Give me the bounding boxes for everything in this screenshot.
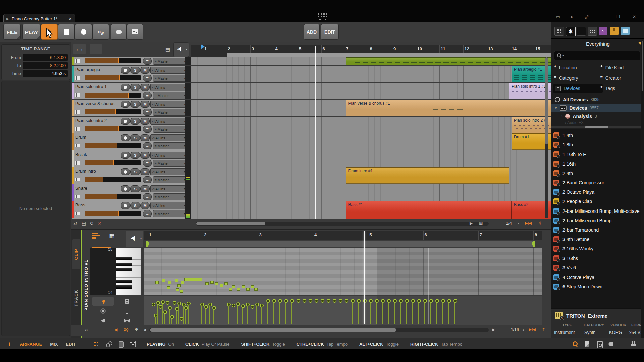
- preset-item[interactable]: 1 8th: [553, 140, 641, 149]
- velocity-stem[interactable]: [153, 304, 153, 324]
- file-icon[interactable]: [584, 341, 591, 347]
- clip[interactable]: Pian verse & chorus #1: [346, 100, 551, 116]
- preset-item[interactable]: 3 16ths Wonky: [553, 244, 641, 253]
- arm-button[interactable]: [121, 168, 130, 175]
- arranger-playhead[interactable]: [315, 46, 316, 219]
- velocity-stem[interactable]: [252, 306, 252, 324]
- track-menu-button[interactable]: ≡: [143, 92, 152, 99]
- close-button[interactable]: ✕: [631, 15, 637, 19]
- browser-search[interactable]: ▾: [554, 51, 640, 60]
- velocity-head[interactable]: [387, 299, 391, 303]
- volume-slider[interactable]: [85, 58, 141, 63]
- velocity-stem[interactable]: [340, 300, 340, 324]
- track-header[interactable]: Pian arpegioSM◁All ins▾≡≈Master▾: [72, 66, 191, 83]
- editor-zoom-up-icon[interactable]: ⇡: [542, 327, 545, 332]
- browser-monitor-icon[interactable]: [621, 27, 630, 35]
- volume-slider[interactable]: [85, 109, 141, 114]
- scroll-left-icon[interactable]: ◀: [143, 328, 146, 332]
- automation-write-button[interactable]: oW: [92, 24, 109, 40]
- white-key[interactable]: [116, 272, 141, 278]
- output-chooser[interactable]: ≈Master▾: [153, 75, 187, 82]
- input-chooser[interactable]: ◁All ins▾: [150, 84, 187, 91]
- midi-note[interactable]: [167, 286, 170, 289]
- velocity-stem[interactable]: [169, 307, 170, 324]
- velocity-head[interactable]: [232, 304, 235, 307]
- footer-delete-icon[interactable]: ✕: [98, 221, 102, 226]
- arm-button[interactable]: [121, 67, 130, 74]
- velocity-stem[interactable]: [233, 305, 233, 324]
- solo-button[interactable]: S: [130, 118, 140, 125]
- velocity-head[interactable]: [309, 299, 312, 303]
- output-chooser[interactable]: ≈Master▾: [153, 142, 187, 149]
- note-grid[interactable]: [144, 248, 542, 295]
- input-chooser[interactable]: ◁All ins▾: [150, 101, 187, 108]
- midi-note[interactable]: [180, 290, 183, 293]
- velocity-stem[interactable]: [310, 300, 310, 324]
- velocity-head[interactable]: [369, 299, 373, 303]
- velocity-head[interactable]: [393, 299, 397, 303]
- velocity-stem[interactable]: [279, 300, 280, 324]
- preset-item[interactable]: 1 16th To F: [553, 149, 641, 159]
- editor-scrollbar-handle[interactable]: [150, 328, 396, 332]
- minimize-button[interactable]: —: [599, 15, 605, 19]
- velocity-head[interactable]: [363, 299, 367, 303]
- output-chooser[interactable]: ≈Master▾: [153, 126, 187, 133]
- preset-item[interactable]: 2 4th: [553, 169, 641, 178]
- midi-note[interactable]: [177, 284, 181, 287]
- velocity-stem[interactable]: [209, 304, 210, 324]
- velocity-stem[interactable]: [267, 300, 268, 324]
- black-key[interactable]: [116, 268, 132, 272]
- to-value[interactable]: 8.2.2.00: [23, 62, 68, 69]
- editor-zoom-caret[interactable]: ▴: [523, 328, 524, 331]
- velocity-head[interactable]: [212, 306, 216, 310]
- velocity-stem[interactable]: [298, 300, 298, 324]
- velocity-head[interactable]: [423, 299, 427, 303]
- velocity-stem[interactable]: [358, 300, 359, 324]
- preset-item[interactable]: 2-bar Millisecond Bump: [553, 216, 641, 225]
- velocity-head[interactable]: [453, 299, 457, 303]
- midi-note[interactable]: [175, 279, 178, 282]
- track-menu-button[interactable]: ≡: [143, 193, 152, 200]
- velocity-head[interactable]: [246, 303, 250, 306]
- notes-view-icon[interactable]: [92, 233, 100, 240]
- view-edit[interactable]: EDIT: [66, 342, 76, 347]
- midi-note[interactable]: [162, 279, 165, 282]
- velocity-head[interactable]: [187, 302, 191, 305]
- track-name[interactable]: Pian solo intro 1: [75, 84, 107, 89]
- editor-cursor-tool[interactable]: ➤▾: [126, 231, 143, 247]
- black-key[interactable]: [116, 263, 132, 266]
- drum-grid-icon[interactable]: ▦: [109, 232, 116, 239]
- preset-list[interactable]: 1 4th1 8th1 16th To F1 16th2 4th2 Band C…: [551, 129, 642, 308]
- solo-button[interactable]: S: [130, 168, 140, 175]
- velocity-stem[interactable]: [430, 300, 431, 324]
- midi-note[interactable]: [205, 282, 209, 285]
- browser-people-icon[interactable]: [610, 27, 619, 35]
- volume-slider[interactable]: [85, 143, 141, 148]
- midi-note[interactable]: [224, 282, 228, 285]
- velocity-head[interactable]: [161, 300, 165, 304]
- arranger-lane[interactable]: Pian solo intro 1 #1: [191, 83, 551, 100]
- volume-slider[interactable]: [85, 126, 141, 131]
- track-menu-button[interactable]: ≡: [143, 126, 152, 133]
- velocity-stem[interactable]: [412, 300, 413, 324]
- brightness-icon[interactable]: [92, 307, 114, 315]
- search-icon[interactable]: [572, 341, 579, 347]
- velocity-stem[interactable]: [454, 300, 455, 324]
- velocity-stem[interactable]: [370, 300, 371, 324]
- screen-icon[interactable]: ▭: [555, 15, 561, 19]
- tree-item-all-devices[interactable]: All Devices3635: [551, 95, 642, 104]
- browser-panel-icon[interactable]: [577, 27, 586, 36]
- preset-item[interactable]: 6 Step Mono Down: [553, 282, 641, 291]
- chevron-collapsed-icon[interactable]: ›: [561, 114, 562, 118]
- mute-button[interactable]: M: [140, 67, 150, 74]
- midi-note[interactable]: [232, 285, 235, 288]
- velocity-head[interactable]: [405, 299, 409, 303]
- velocity-stem[interactable]: [322, 300, 322, 324]
- velocity-head[interactable]: [284, 299, 288, 303]
- filter-devices[interactable]: Devices: [553, 84, 603, 93]
- editor-zoom-fit-icon[interactable]: ▶|◀: [529, 327, 536, 332]
- mute-button[interactable]: M: [140, 185, 150, 192]
- input-chooser[interactable]: ◁All ins▾: [150, 168, 187, 175]
- velocity-head[interactable]: [182, 303, 186, 306]
- velocity-stem[interactable]: [162, 302, 163, 324]
